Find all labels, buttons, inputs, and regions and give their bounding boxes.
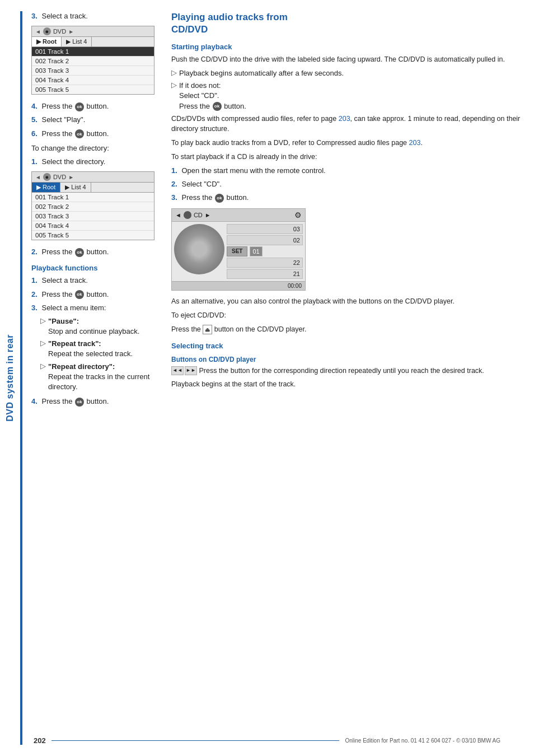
sp-body2: CDs/DVDs with compressed audio files, re… xyxy=(171,114,523,135)
bullet-repeat-track-desc: Repeat the selected track. xyxy=(48,349,133,358)
bullet-arrow-1: ▷ xyxy=(40,316,46,325)
pf-step3: 3. Select a menu item: xyxy=(31,303,154,313)
cd-nav-right: ► xyxy=(205,212,211,218)
sp-step1-num: 1. xyxy=(171,166,177,175)
sp-bullet2-label: If it does not: xyxy=(179,81,221,90)
sp-eject-text: To eject CD/DVD: xyxy=(171,310,523,321)
sp-bullet2-sub1: Select "CD". xyxy=(179,91,219,100)
cd-set-row: SET 01 xyxy=(227,246,303,256)
step-number-3: 3. xyxy=(31,12,38,20)
cd-track-02: 02 xyxy=(227,235,303,245)
sp-bullet2-sub2: Press the ok button. xyxy=(179,102,246,110)
dir-tab-root-1[interactable]: ▶ Root xyxy=(32,37,62,46)
sp-link-203-1[interactable]: 203 xyxy=(339,115,350,123)
sp-bullet2-text: If it does not: Select "CD". Press the o… xyxy=(179,81,523,111)
dir-box-2-header: ◄ ● DVD ► xyxy=(32,172,154,183)
step-6: 6. Press the ok button. xyxy=(31,129,154,139)
page-container: DVD system in rear 3. Select a track. ◄ … xyxy=(0,0,534,756)
cd-disc-icon xyxy=(184,211,191,219)
sp-step2-text: Select "CD". xyxy=(181,180,221,188)
dir-tabs-2: ▶ Root ▶ List 4 xyxy=(32,183,154,193)
step-3-intro: 3. Select a track. xyxy=(31,11,154,21)
main-heading: Playing audio tracks from CD/DVD xyxy=(171,11,523,36)
sp-body4: To start playback if a CD is already in … xyxy=(171,152,523,162)
pf-step1-num: 1. xyxy=(31,276,38,284)
left-column: 3. Select a track. ◄ ● DVD ► ▶ Root ▶ Li… xyxy=(31,11,154,745)
track-004-b[interactable]: 004 Track 4 xyxy=(32,221,154,231)
cd-disc xyxy=(174,224,224,274)
dir-tab-root-2[interactable]: ▶ Root xyxy=(32,183,60,192)
change-dir-intro: To change the directory: xyxy=(31,143,154,153)
cd-track-01: 01 xyxy=(250,246,262,256)
cd-settings-icon: ⚙ xyxy=(294,211,302,220)
sp-step1: 1. Open the start menu with the remote c… xyxy=(171,166,523,176)
cd-label: CD xyxy=(194,212,203,218)
sp-bullet1: ▷ Playback begins automatically after a … xyxy=(171,68,523,78)
sp-step3-num: 3. xyxy=(171,193,177,202)
buttons-instruction-text: Press the button for the corresponding d… xyxy=(199,367,484,375)
change-dir-step2-text: Press the ok button. xyxy=(41,248,109,256)
cd-set-button[interactable]: SET xyxy=(227,246,247,256)
sp-step2-num: 2. xyxy=(171,180,177,188)
track-prev-btn[interactable]: ◄◄ xyxy=(171,366,184,375)
step-number-4: 4. xyxy=(31,102,38,110)
cd-player-ui: ◄ CD ► ⚙ 03 02 SET xyxy=(171,208,306,291)
track-002[interactable]: 002 Track 2 xyxy=(32,57,154,66)
starting-playback-body1: Push the CD/DVD into the drive with the … xyxy=(171,54,523,65)
track-005[interactable]: 005 Track 5 xyxy=(32,85,154,94)
page-footer: 202 Online Edition for Part no. 01 41 2 … xyxy=(0,736,534,745)
nav-arrow-left-1: ◄ xyxy=(35,29,41,35)
pf-step4-text: Press the ok button. xyxy=(41,397,109,405)
ok-icon-6: ok xyxy=(75,129,84,138)
dir-tab-list-2[interactable]: ▶ List 4 xyxy=(60,183,91,192)
pf-step2: 2. Press the ok button. xyxy=(31,290,154,300)
step-3-text: Select a track. xyxy=(41,12,87,20)
track-001[interactable]: 001 Track 1 xyxy=(32,47,154,57)
sp-link-203-2[interactable]: 203 xyxy=(409,139,421,147)
sp-step1-text: Open the start menu with the remote cont… xyxy=(181,166,325,175)
change-dir-step1: 1. Select the directory. xyxy=(31,157,154,167)
main-heading-line1: Playing audio tracks from xyxy=(171,12,288,22)
track-next-btn[interactable]: ►► xyxy=(185,366,197,375)
bullet-repeat-track: ▷ "Repeat track": Repeat the selected tr… xyxy=(40,339,154,359)
dir-track-list-1: 001 Track 1 002 Track 2 003 Track 3 004 … xyxy=(32,47,154,94)
cd-track-22: 22 xyxy=(227,258,303,268)
track-005-b[interactable]: 005 Track 5 xyxy=(32,231,154,240)
track-002-b[interactable]: 002 Track 2 xyxy=(32,202,154,212)
bullet-pause-text: "Pause": Stop and continue playback. xyxy=(48,316,154,337)
change-dir-step1-num: 1. xyxy=(31,157,38,166)
buttons-instruction-row: ◄◄ ►► Press the button for the correspon… xyxy=(171,366,523,376)
right-column: Playing audio tracks from CD/DVD Startin… xyxy=(166,11,523,745)
pf-step1: 1. Select a track. xyxy=(31,276,154,286)
change-dir-step2-num: 2. xyxy=(31,248,38,256)
step-number-6: 6. xyxy=(31,129,38,138)
dir-box-1: ◄ ● DVD ► ▶ Root ▶ List 4 001 Track 1 00… xyxy=(31,26,154,95)
ok-icon-pf4: ok xyxy=(75,398,84,407)
sidebar-label: DVD system in rear xyxy=(5,334,15,422)
disc-icon-2: ● xyxy=(43,173,51,181)
sp-bullet1-arrow: ▷ xyxy=(171,68,177,77)
page-number: 202 xyxy=(34,736,46,745)
sp-step3-text: Press the ok button. xyxy=(181,193,249,202)
pf-step2-text: Press the ok button. xyxy=(41,290,109,298)
ok-icon-pf2: ok xyxy=(75,290,84,299)
track-004[interactable]: 004 Track 4 xyxy=(32,76,154,85)
dir-box-2: ◄ ● DVD ► ▶ Root ▶ List 4 001 Track 1 00… xyxy=(31,171,154,240)
cd-track-03: 03 xyxy=(227,224,303,234)
selecting-track-heading: Selecting track xyxy=(171,342,523,350)
track-003-b[interactable]: 003 Track 3 xyxy=(32,212,154,221)
pf-step4: 4. Press the ok button. xyxy=(31,396,154,407)
pf-step3-text: Select a menu item: xyxy=(41,304,106,312)
track-001-b[interactable]: 001 Track 1 xyxy=(32,193,154,202)
step-4-text: Press the ok button. xyxy=(41,102,109,110)
cd-track-list: 03 02 SET 01 22 21 xyxy=(227,224,303,279)
pf-step2-num: 2. xyxy=(31,290,38,298)
nav-arrow-right-2: ► xyxy=(68,174,74,180)
track-003[interactable]: 003 Track 3 xyxy=(32,66,154,76)
dir-tab-list-1[interactable]: ▶ List 4 xyxy=(62,37,92,46)
sp-step2: 2. Select "CD". xyxy=(171,179,523,189)
bullet-repeat-dir-text: "Repeat directory": Repeat the tracks in… xyxy=(48,362,154,393)
cd-player-footer: 00:00 xyxy=(172,281,305,290)
step-5: 5. Select "Play". xyxy=(31,115,154,125)
pf-step3-num: 3. xyxy=(31,304,38,312)
